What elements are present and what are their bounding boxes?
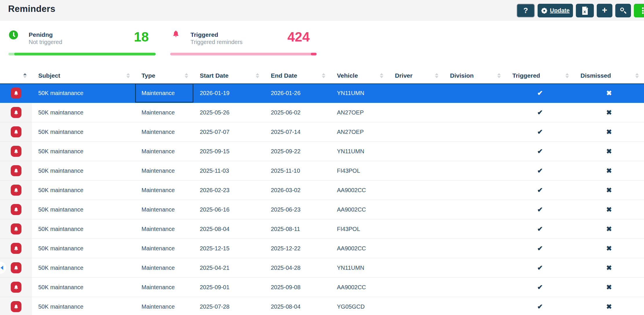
add-button[interactable]: + [597,4,612,17]
column-header-subject[interactable]: Subject [32,68,135,83]
cell-type[interactable]: Maintenance [135,122,193,141]
cell-subject[interactable]: 50K maintanance [32,239,135,258]
column-header-vehicle[interactable]: Vehicle [331,68,389,83]
column-header-driver[interactable]: Driver [389,68,444,83]
cell-subject[interactable]: 50K maintanance [32,122,135,141]
cell-subject[interactable]: 50K maintanance [32,103,135,122]
cell-dismissed[interactable]: ✖ [574,161,644,180]
cell-driver[interactable] [389,142,444,161]
triggered-stat-card[interactable]: Triggered Triggered reminders 424 [170,21,317,68]
cell-vehicle[interactable]: AA9002CC [331,278,389,297]
cell-end-date[interactable]: 2025-12-22 [264,239,331,258]
cell-dismissed[interactable]: ✖ [574,258,644,277]
cell-end-date[interactable]: 2025-04-28 [264,258,331,277]
cell-division[interactable] [444,181,506,200]
cell-end-date[interactable]: 2025-08-11 [264,219,331,238]
update-button[interactable]: Update [538,4,573,17]
cell-division[interactable] [444,83,506,103]
column-header-start-date[interactable]: Start Date [193,68,264,83]
cell-vehicle[interactable]: FI43POL [331,161,389,180]
cell-end-date[interactable]: 2025-11-10 [264,161,331,180]
cell-vehicle[interactable]: YN11UMN [331,83,389,103]
cell-vehicle[interactable]: YN11UMN [331,142,389,161]
cell-subject[interactable]: 50K maintanance [32,297,135,315]
sort-icon[interactable] [565,73,569,78]
cell-subject[interactable]: 50K maintanance [32,258,135,277]
column-header-end-date[interactable]: End Date [264,68,331,83]
cell-division[interactable] [444,258,506,277]
cell-subject[interactable]: 50K maintanance [32,200,135,219]
table-row[interactable]: 50K maintananceMaintenance2025-12-152025… [0,239,644,258]
cell-subject[interactable]: 50K maintanance [32,83,135,103]
cell-type[interactable]: Maintenance [135,142,193,161]
cell-driver[interactable] [389,103,444,122]
cell-dismissed[interactable]: ✖ [574,83,644,103]
table-row[interactable]: 50K maintananceMaintenance2025-07-072025… [0,122,644,142]
cell-dismissed[interactable]: ✖ [574,219,644,238]
cell-type[interactable]: Maintenance [135,297,193,315]
cell-driver[interactable] [389,122,444,141]
cell-start-date[interactable]: 2026-02-23 [193,181,264,200]
cell-start-date[interactable]: 2025-06-16 [193,200,264,219]
column-header-type[interactable]: Type [135,68,193,83]
cell-driver[interactable] [389,200,444,219]
cell-start-date[interactable]: 2025-05-26 [193,103,264,122]
cell-start-date[interactable]: 2025-09-01 [193,278,264,297]
cell-end-date[interactable]: 2026-03-02 [264,181,331,200]
help-button[interactable]: ? [517,4,535,17]
cell-dismissed[interactable]: ✖ [574,122,644,141]
cell-division[interactable] [444,161,506,180]
table-row[interactable]: 50K maintananceMaintenance2025-09-012025… [0,278,644,297]
cell-vehicle[interactable]: YN11UMN [331,258,389,277]
cell-dismissed[interactable]: ✖ [574,297,644,315]
column-header-dismissed[interactable]: Dismissed [574,68,644,83]
table-row[interactable]: 50K maintananceMaintenance2025-04-212025… [0,258,644,278]
cell-start-date[interactable]: 2025-11-03 [193,161,264,180]
column-header-icon[interactable] [0,68,32,83]
cell-type[interactable]: Maintenance [135,161,193,180]
cell-vehicle[interactable]: AA9002CC [331,200,389,219]
cell-vehicle[interactable]: YG05GCD [331,297,389,315]
cell-vehicle[interactable]: FI43POL [331,219,389,238]
sort-icon[interactable] [256,73,259,78]
sort-icon[interactable] [126,73,130,78]
cell-end-date[interactable]: 2025-09-22 [264,142,331,161]
table-row[interactable]: 50K maintananceMaintenance2026-02-232026… [0,181,644,200]
cell-vehicle[interactable]: AN27OEP [331,103,389,122]
table-row[interactable]: 50K maintananceMaintenance2025-09-152025… [0,142,644,161]
cell-division[interactable] [444,122,506,141]
cell-driver[interactable] [389,219,444,238]
cell-division[interactable] [444,200,506,219]
column-header-division[interactable]: Division [444,68,506,83]
cell-division[interactable] [444,239,506,258]
table-row[interactable]: 50K maintananceMaintenance2026-01-192026… [0,83,644,103]
sort-icon[interactable] [435,73,438,78]
table-row[interactable]: 50K maintananceMaintenance2025-07-282025… [0,297,644,315]
cell-vehicle[interactable]: AA9002CC [331,181,389,200]
cell-start-date[interactable]: 2025-04-21 [193,258,264,277]
cell-driver[interactable] [389,278,444,297]
cell-dismissed[interactable]: ✖ [574,181,644,200]
export-excel-button[interactable]: x [576,4,594,17]
cell-subject[interactable]: 50K maintanance [32,181,135,200]
cell-start-date[interactable]: 2025-07-28 [193,297,264,315]
cell-type[interactable]: Maintenance [135,83,193,103]
sort-icon[interactable] [497,73,501,78]
cell-division[interactable] [444,142,506,161]
cell-start-date[interactable]: 2025-08-04 [193,219,264,238]
more-actions-button[interactable] [634,4,644,17]
search-button[interactable] [615,4,631,17]
cell-start-date[interactable]: 2026-01-19 [193,83,264,103]
table-row[interactable]: 50K maintananceMaintenance2025-05-262025… [0,103,644,122]
cell-driver[interactable] [389,181,444,200]
cell-driver[interactable] [389,161,444,180]
cell-start-date[interactable]: 2025-07-07 [193,122,264,141]
cell-division[interactable] [444,297,506,315]
cell-driver[interactable] [389,83,444,103]
cell-driver[interactable] [389,297,444,315]
cell-dismissed[interactable]: ✖ [574,239,644,258]
cell-dismissed[interactable]: ✖ [574,200,644,219]
cell-subject[interactable]: 50K maintanance [32,161,135,180]
column-header-triggered[interactable]: Triggered [506,68,574,83]
sort-icon[interactable] [322,73,325,78]
